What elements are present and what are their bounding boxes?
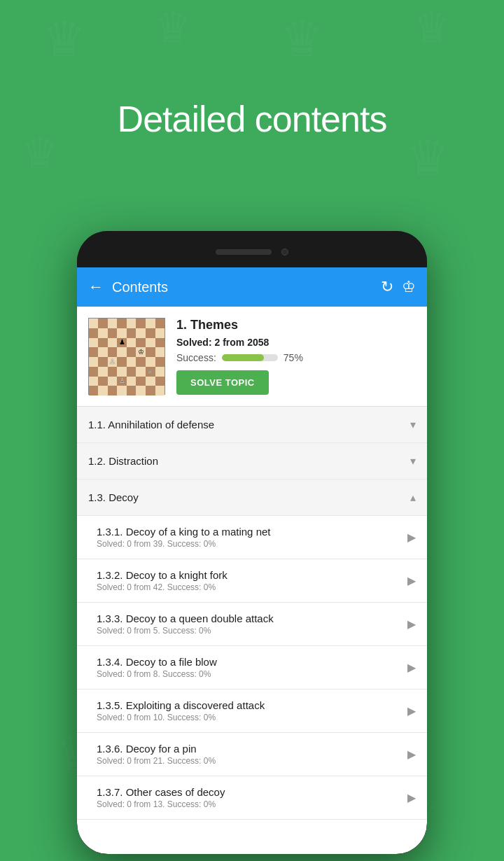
play-icon: ▶: [407, 661, 416, 674]
progress-fill: [222, 354, 264, 361]
theme-title: 1. Themes: [176, 318, 416, 332]
phone-device: ← Contents ↻ ♔ ♟: [77, 231, 427, 854]
list-item-subtitle: Solved: 0 from 42. Success: 0%: [97, 582, 402, 592]
progress-bar: [222, 354, 278, 361]
list-item-subtitle: Solved: 0 from 39. Success: 0%: [97, 539, 402, 549]
list-item-title: 1.3.5. Exploiting a discovered attack: [97, 699, 402, 711]
svg-text:♛: ♛: [280, 12, 324, 66]
list-item[interactable]: 1.3.6. Decoy for a pinSolved: 0 from 21.…: [77, 733, 427, 776]
list-item-title: 1.3. Decoy: [88, 491, 405, 503]
app-bar-title: Contents: [112, 279, 372, 295]
play-icon: ▶: [407, 704, 416, 718]
app-bar: ← Contents ↻ ♔: [77, 267, 427, 307]
list-item-content: 1.3.1. Decoy of a king to a mating netSo…: [97, 526, 402, 549]
play-icon: ▶: [407, 748, 416, 761]
list-item-title: 1.2. Distraction: [88, 455, 405, 467]
refresh-button[interactable]: ↻: [381, 278, 393, 296]
success-percent: 75%: [284, 352, 303, 363]
chess-board-thumbnail: ♟ ♔ ♙ ♕ ♙: [88, 318, 165, 395]
chevron-down-icon: ▾: [410, 454, 416, 468]
solve-topic-button[interactable]: SOLVE TOPIC: [176, 370, 269, 395]
list-item[interactable]: 1.3.3. Decoy to a queen double attackSol…: [77, 603, 427, 646]
list-item-content: 1.3.6. Decoy for a pinSolved: 0 from 21.…: [97, 743, 402, 766]
svg-text:♛: ♛: [42, 12, 86, 66]
list-item-title: 1.3.7. Other cases of decoy: [97, 786, 402, 798]
list-item-title: 1.3.1. Decoy of a king to a mating net: [97, 526, 402, 538]
theme-section: ♟ ♔ ♙ ♕ ♙: [77, 307, 427, 407]
list-item-content: 1.3.4. Decoy to a file blowSolved: 0 fro…: [97, 656, 402, 679]
list-item-content: 1.3.2. Decoy to a knight forkSolved: 0 f…: [97, 569, 402, 592]
svg-text:♛: ♛: [413, 4, 451, 51]
list-item-content: 1.3.3. Decoy to a queen double attackSol…: [97, 612, 402, 636]
back-button[interactable]: ←: [88, 278, 104, 296]
list-item[interactable]: 1.3. Decoy▴: [77, 479, 427, 516]
list-item-content: 1.3.7. Other cases of decoySolved: 0 fro…: [97, 786, 402, 809]
list-item-content: 1.1. Annihilation of defense: [88, 419, 405, 430]
svg-text:♛: ♛: [154, 4, 192, 51]
theme-info: 1. Themes Solved: 2 from 2058 Success: 7…: [176, 318, 416, 395]
list-item[interactable]: 1.3.7. Other cases of decoySolved: 0 fro…: [77, 776, 427, 820]
page-title: Detailed contents: [0, 98, 504, 140]
phone-camera: [281, 248, 288, 255]
chevron-up-icon: ▴: [410, 491, 416, 504]
chevron-down-icon: ▾: [410, 418, 416, 431]
list-item[interactable]: 1.3.5. Exploiting a discovered attackSol…: [77, 690, 427, 733]
list-item-title: 1.3.4. Decoy to a file blow: [97, 656, 402, 668]
phone-screen: ← Contents ↻ ♔ ♟: [77, 267, 427, 854]
content-list: 1.1. Annihilation of defense▾1.2. Distra…: [77, 407, 427, 854]
success-label: Success:: [176, 352, 216, 363]
list-item-subtitle: Solved: 0 from 5. Success: 0%: [97, 626, 402, 636]
list-item-subtitle: Solved: 0 from 21. Success: 0%: [97, 756, 402, 766]
list-item[interactable]: 1.2. Distraction▾: [77, 443, 427, 479]
list-item-title: 1.3.3. Decoy to a queen double attack: [97, 612, 402, 624]
list-item-title: 1.3.6. Decoy for a pin: [97, 743, 402, 755]
list-item[interactable]: 1.3.2. Decoy to a knight forkSolved: 0 f…: [77, 559, 427, 603]
list-item[interactable]: 1.3.1. Decoy of a king to a mating netSo…: [77, 516, 427, 559]
list-item[interactable]: 1.1. Annihilation of defense▾: [77, 407, 427, 443]
list-item-title: 1.1. Annihilation of defense: [88, 419, 405, 430]
list-item-content: 1.3. Decoy: [88, 491, 405, 503]
theme-solved-text: Solved: 2 from 2058: [176, 337, 416, 348]
play-icon: ▶: [407, 791, 416, 804]
list-item-subtitle: Solved: 0 from 13. Success: 0%: [97, 799, 402, 809]
list-item[interactable]: 1.3.4. Decoy to a file blowSolved: 0 fro…: [77, 646, 427, 690]
phone-top-bar: [77, 231, 427, 267]
list-item-title: 1.3.2. Decoy to a knight fork: [97, 569, 402, 581]
logo-icon: ♔: [402, 278, 416, 296]
play-icon: ▶: [407, 574, 416, 587]
phone-speaker: [216, 249, 272, 255]
list-item-content: 1.2. Distraction: [88, 455, 405, 467]
play-icon: ▶: [407, 531, 416, 544]
list-item-subtitle: Solved: 0 from 10. Success: 0%: [97, 713, 402, 722]
list-item-subtitle: Solved: 0 from 8. Success: 0%: [97, 669, 402, 679]
list-item-content: 1.3.5. Exploiting a discovered attackSol…: [97, 699, 402, 722]
play-icon: ▶: [407, 617, 416, 631]
theme-success-row: Success: 75%: [176, 352, 416, 363]
